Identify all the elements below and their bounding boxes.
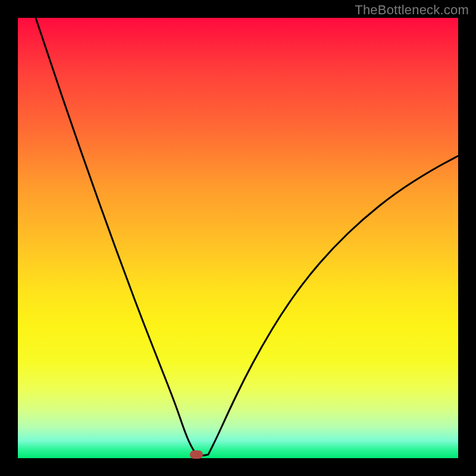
bottleneck-curve [36, 18, 458, 456]
plot-area [18, 18, 458, 458]
watermark-label: TheBottleneck.com [355, 2, 469, 18]
curve-svg [18, 18, 458, 458]
chart-frame: TheBottleneck.com [0, 0, 476, 476]
min-marker [190, 450, 203, 459]
